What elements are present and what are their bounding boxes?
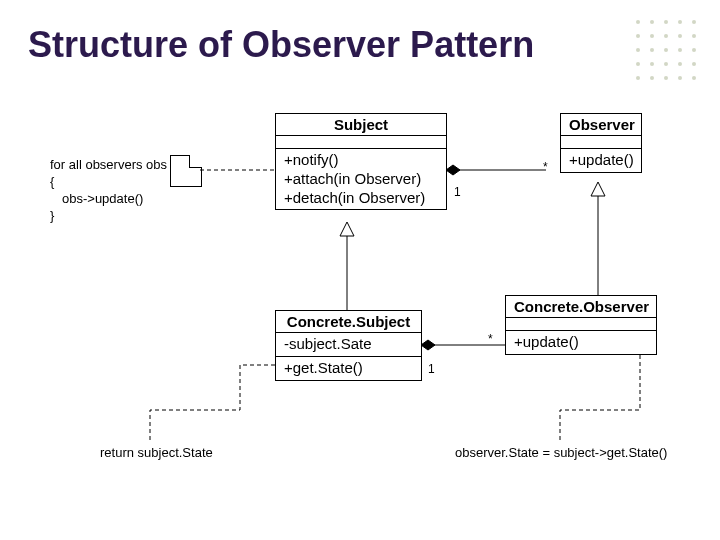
uml-attr-compartment bbox=[506, 318, 656, 331]
uml-class-observer: Observer +update() bbox=[560, 113, 642, 173]
uml-class-subject: Subject +notify() +attach(in Observer) +… bbox=[275, 113, 447, 210]
slide: Structure of Observer Pattern Subject +n… bbox=[0, 0, 720, 540]
uml-attribute: -subject.Sate bbox=[284, 335, 413, 354]
decorative-dot-grid bbox=[630, 14, 702, 86]
multiplicity-label: 1 bbox=[428, 362, 435, 376]
multiplicity-label: * bbox=[488, 332, 493, 346]
uml-note-update-body: observer.State = subject->get.State() bbox=[455, 445, 667, 460]
uml-class-name: Concrete.Observer bbox=[506, 296, 656, 318]
uml-op-compartment: +get.State() bbox=[276, 357, 421, 380]
note-line: { bbox=[50, 174, 167, 191]
uml-class-concrete-observer: Concrete.Observer +update() bbox=[505, 295, 657, 355]
svg-marker-7 bbox=[421, 340, 435, 350]
uml-class-name: Concrete.Subject bbox=[276, 311, 421, 333]
uml-note-fold-icon bbox=[170, 155, 202, 187]
uml-class-concrete-subject: Concrete.Subject -subject.Sate +get.Stat… bbox=[275, 310, 422, 381]
uml-op-compartment: +update() bbox=[561, 149, 641, 172]
svg-marker-5 bbox=[340, 222, 354, 236]
uml-op-compartment: +update() bbox=[506, 331, 656, 354]
uml-op-compartment: +notify() +attach(in Observer) +detach(i… bbox=[276, 149, 446, 209]
uml-operation: +notify() bbox=[284, 151, 438, 170]
svg-marker-1 bbox=[446, 165, 460, 175]
uml-class-name: Subject bbox=[276, 114, 446, 136]
uml-operation: +detach(in Observer) bbox=[284, 189, 438, 208]
uml-operation: +attach(in Observer) bbox=[284, 170, 438, 189]
uml-note-getstate-body: return subject.State bbox=[100, 445, 213, 460]
multiplicity-label: * bbox=[543, 160, 548, 174]
slide-title: Structure of Observer Pattern bbox=[28, 24, 534, 66]
multiplicity-label: 1 bbox=[454, 185, 461, 199]
note-line: obs->update() bbox=[50, 191, 167, 208]
svg-marker-3 bbox=[591, 182, 605, 196]
uml-class-name: Observer bbox=[561, 114, 641, 136]
uml-attr-compartment bbox=[276, 136, 446, 149]
note-line: } bbox=[50, 208, 167, 225]
uml-operation: +get.State() bbox=[284, 359, 413, 378]
uml-note-notify-body: for all observers obs { obs->update() } bbox=[50, 157, 167, 225]
uml-operation: +update() bbox=[514, 333, 648, 352]
note-line: for all observers obs bbox=[50, 157, 167, 174]
uml-attr-compartment: -subject.Sate bbox=[276, 333, 421, 357]
uml-operation: +update() bbox=[569, 151, 633, 170]
uml-attr-compartment bbox=[561, 136, 641, 149]
